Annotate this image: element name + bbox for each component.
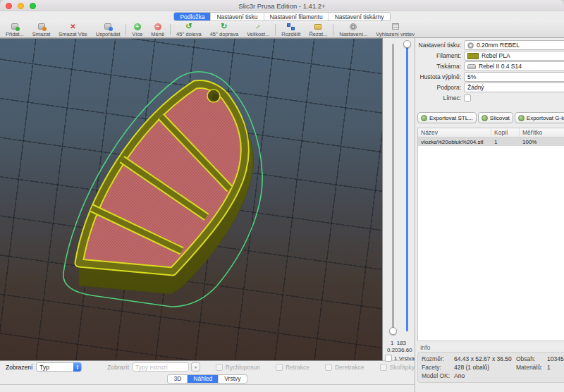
table-row[interactable]: vlozka%20obluk%204.stl 1 100% — [418, 137, 564, 146]
object-list: Název Kopií Měřítko vlozka%20obluk%204.s… — [417, 128, 564, 341]
slice-icon — [482, 115, 488, 121]
preview-canvas[interactable] — [0, 38, 383, 361]
left-column: 1 183 0.20 36.60 1 Vrstva Zobrazení — [0, 38, 415, 392]
delete-all-button[interactable]: ✕ Smazat Vše — [54, 22, 91, 37]
unretractions-checkbox[interactable] — [325, 364, 332, 371]
slice-button[interactable]: Slicovat — [478, 112, 513, 123]
rotate-left-icon: ↺ — [185, 23, 192, 30]
print-settings-label: Nastavení tisku: — [417, 42, 461, 49]
tab-print-settings[interactable]: Nastavení tisku — [211, 13, 264, 20]
delete-all-icon: ✕ — [70, 23, 75, 30]
show-label: Zobrazit — [107, 364, 129, 371]
layer-high-value: 183 — [397, 340, 406, 346]
layer-slider-high-handle[interactable] — [403, 40, 411, 48]
column-name[interactable]: Název — [418, 128, 491, 137]
filament-select[interactable]: Rebel PLA — [464, 51, 564, 61]
remove-object-icon — [38, 23, 45, 30]
export-gcode-button[interactable]: Exportovat G-kód... — [515, 112, 564, 123]
gear-icon — [467, 42, 474, 49]
main-tabs: Podložka Nastavení tisku Nastavení filam… — [173, 12, 390, 21]
layer-values: 1 183 — [383, 340, 412, 346]
app-window: Slic3r Prusa Edition - 1.41.2+ Podložka … — [0, 0, 564, 392]
cut-button[interactable]: Řezat... — [305, 22, 331, 37]
split-icon — [287, 23, 295, 30]
materials-value: 1 — [547, 364, 564, 371]
infill-label: Hustota výplně: — [417, 73, 461, 80]
retractions-toggle[interactable]: Retrakce — [276, 364, 309, 371]
layer-smoothing-button[interactable]: Vyhlazení vrstev — [372, 22, 419, 37]
shells-toggle[interactable]: Skořápky — [380, 364, 415, 371]
unretractions-toggle[interactable]: Deretrakce — [325, 364, 364, 371]
scale-icon: ↕ — [257, 23, 260, 30]
add-button[interactable]: Přidat... — [1, 22, 28, 37]
fewer-copies-button[interactable]: − Méně — [147, 22, 168, 37]
settings-icon — [350, 23, 357, 30]
one-layer-toggle[interactable]: 1 Vrstva — [385, 355, 415, 362]
add-object-icon — [11, 23, 18, 30]
layer-slider-gutter: 1 183 0.20 36.60 1 Vrstva — [383, 38, 415, 361]
stepper-icon: ▲▼ — [73, 362, 81, 372]
info-title: Info — [420, 344, 564, 351]
tab-printer-settings[interactable]: Nastavení tiskárny — [329, 13, 390, 20]
view-preview-button[interactable]: Náhled — [188, 375, 219, 383]
column-copies[interactable]: Kopií — [491, 128, 520, 137]
display-mode-select[interactable]: Typ ▲▼ — [36, 362, 82, 372]
object-settings-button[interactable]: Nastavení... — [335, 22, 372, 37]
facets-value: 428 (1 obalů) — [454, 364, 516, 371]
display-mode-value: Typ — [39, 364, 49, 371]
support-select[interactable]: Žádný ▼ — [464, 82, 564, 92]
one-layer-label: 1 Vrstva — [394, 355, 415, 362]
action-buttons: Exportovat STL... Slicovat Exportovat G-… — [417, 112, 564, 123]
model-ok-label: Model OK: — [422, 372, 454, 379]
info-box: Rozměr: 64.43 x 52.67 x 36.50 Obsah: 103… — [417, 352, 564, 383]
volume-value: 10345.69 — [547, 355, 564, 362]
split-button[interactable]: Rozdělit — [277, 22, 305, 37]
delete-button[interactable]: Smazat — [28, 22, 54, 37]
more-copies-button[interactable]: + Více — [128, 22, 147, 37]
arrange-button[interactable]: Uspořádat — [92, 22, 125, 37]
filament-label: Filament: — [417, 52, 461, 59]
layer-high-mm: 36.60 — [398, 347, 412, 353]
brim-label: Límec: — [417, 94, 461, 102]
extrusion-types-input[interactable] — [133, 362, 189, 372]
export-stl-button[interactable]: Exportovat STL... — [417, 112, 477, 123]
column-scale[interactable]: Měřítko — [520, 128, 564, 137]
infill-select[interactable]: 5% ▼ — [464, 72, 564, 82]
printer-select[interactable]: Rebel II 0.4 S14 — [464, 61, 564, 71]
object-copies: 1 — [491, 139, 520, 145]
print-settings-select[interactable]: 0.20mm REBEL — [464, 40, 564, 50]
filament-value: Rebel PLA — [482, 52, 510, 59]
view-layers-button[interactable]: Vrstvy — [219, 375, 246, 383]
layer-slider-low-handle[interactable] — [389, 327, 397, 335]
view-3d-button[interactable]: 3D — [168, 375, 188, 383]
export-gcode-icon — [518, 115, 525, 121]
model-ok-value: Ano — [454, 372, 516, 379]
rotate-left-button[interactable]: ↺ 45° doleva — [172, 22, 206, 37]
travel-toggle[interactable]: Rychloposun — [216, 364, 260, 371]
shells-checkbox[interactable] — [380, 364, 387, 371]
extrusion-dropdown-button[interactable]: ▾ — [191, 362, 200, 372]
toolbar-separator — [333, 24, 333, 35]
layer-slider-high[interactable] — [406, 44, 408, 331]
object-name: vlozka%20obluk%204.stl — [418, 139, 491, 145]
model-notch-shadow — [212, 94, 219, 101]
printer-value: Rebel II 0.4 S14 — [479, 63, 522, 70]
scale-button[interactable]: ↕ Velikost... — [243, 22, 274, 37]
brim-checkbox[interactable] — [464, 94, 471, 102]
facets-label: Facety: — [422, 364, 454, 371]
layer-smoothing-icon — [392, 23, 399, 30]
fewer-copies-icon: − — [154, 23, 161, 30]
tab-filament-settings[interactable]: Nastavení filamentu — [264, 13, 329, 20]
model-preview[interactable] — [0, 39, 383, 361]
rotate-right-button[interactable]: ↻ 45° doprava — [206, 22, 243, 37]
layer-heights: 0.20 36.60 — [383, 347, 413, 353]
tab-plater[interactable]: Podložka — [174, 13, 211, 20]
filament-swatch-icon — [467, 53, 479, 59]
main-area: 1 183 0.20 36.60 1 Vrstva Zobrazení — [0, 38, 564, 392]
one-layer-checkbox[interactable] — [385, 355, 392, 362]
layer-slider-low[interactable] — [392, 44, 394, 331]
travel-checkbox[interactable] — [216, 364, 223, 371]
tab-row: Podložka Nastavení tisku Nastavení filam… — [0, 11, 564, 22]
cut-icon — [314, 23, 321, 30]
retractions-checkbox[interactable] — [276, 364, 283, 371]
